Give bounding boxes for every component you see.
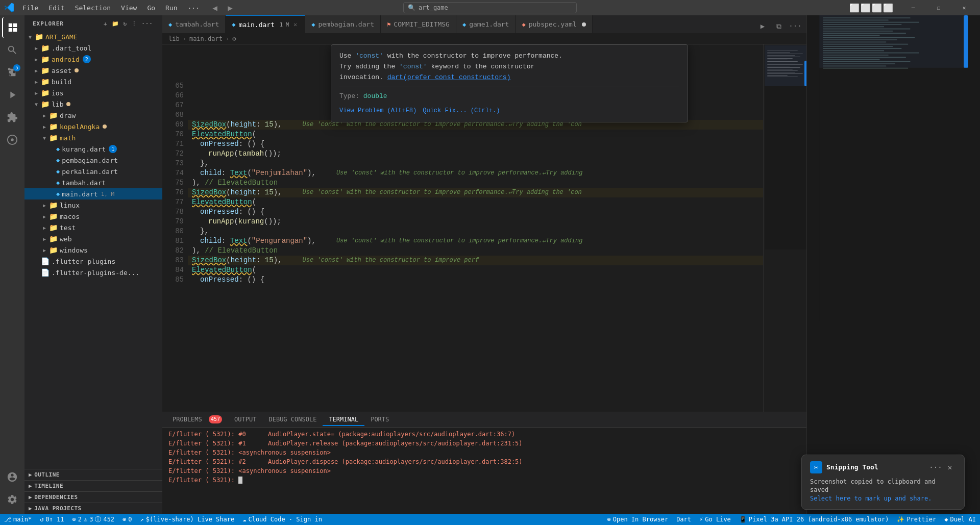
layout-toggle-1[interactable]: ⬜ <box>861 3 871 13</box>
tree-web[interactable]: ▶ 📁 web <box>24 233 162 244</box>
status-device[interactable]: 📱 Pixel 3a API 26 (android-x86 emulator) <box>735 514 893 525</box>
tree-android[interactable]: ▶ 📁 android 2 <box>24 54 162 65</box>
menu-go[interactable]: Go <box>143 3 159 13</box>
refresh-icon[interactable]: ↻ <box>122 19 129 28</box>
editor-scroll[interactable]: 65 66 67 68 69 70 71 72 73 74 75 76 77 7… <box>162 44 806 412</box>
tree-pembagian[interactable]: ◆ pembagian.dart <box>24 155 162 166</box>
activity-accounts[interactable] <box>2 467 22 487</box>
notif-link[interactable]: Select here to mark up and share. <box>810 495 932 502</box>
tab-pubspec[interactable]: ◆ pubspec.yaml <box>516 15 592 33</box>
tree-perkalian[interactable]: ◆ perkalian.dart <box>24 166 162 177</box>
tree-math[interactable]: ▼ 📁 math <box>24 132 162 143</box>
tab-game1[interactable]: ◆ game1.dart <box>456 15 516 33</box>
tab-problems[interactable]: PROBLEMS 457 <box>166 413 228 427</box>
dependencies-section[interactable]: ▶ DEPENDENCIES <box>24 491 162 503</box>
status-errors[interactable]: ⊗ 2 ⚠ 3 ⓘ 452 <box>68 514 118 525</box>
tree-kurang[interactable]: ◆ kurang.dart 1 <box>24 143 162 155</box>
status-sync[interactable]: ↺ 0↑ 11 <box>36 514 68 525</box>
quick-fix-button[interactable]: Quick Fix... (Ctrl+.) <box>423 106 500 116</box>
tree-macos[interactable]: ▶ 📁 macos <box>24 211 162 222</box>
menu-more[interactable]: ··· <box>184 3 204 13</box>
tab-ports[interactable]: PORTS <box>364 414 395 426</box>
forward-button[interactable]: ▶ <box>223 2 237 13</box>
menu-view[interactable]: View <box>117 3 141 13</box>
tree-flutter-plugins[interactable]: 📄 .flutter-plugins <box>24 256 162 267</box>
java-projects-section[interactable]: ▶ JAVA PROJECTS <box>24 503 162 514</box>
activity-remote[interactable] <box>2 130 22 150</box>
search-box[interactable]: 🔍 art_game <box>403 2 577 13</box>
project-root[interactable]: ▼ 📁 ART_GAME <box>24 31 162 42</box>
right-minimap[interactable] <box>807 15 980 514</box>
layout-toggle-2[interactable]: ⬜ <box>872 3 882 13</box>
tab-pembagian[interactable]: ◆ pembagian.dart <box>305 15 381 33</box>
activity-search[interactable] <box>2 40 22 60</box>
outline-section[interactable]: ▶ OUTLINE <box>24 469 162 480</box>
collapse-all-icon[interactable]: ⋮ <box>130 19 138 28</box>
tree-lib[interactable]: ▼ 📁 lib <box>24 98 162 110</box>
code-content[interactable]: Use 'const' with the constructor to impr… <box>188 44 763 412</box>
tree-main[interactable]: ◆ main.dart 1, M <box>24 188 162 199</box>
close-button[interactable]: ✕ <box>952 0 976 15</box>
notif-close-btn[interactable]: ✕ <box>944 461 956 473</box>
activity-extensions[interactable] <box>2 107 22 128</box>
web-folder-icon: 📁 <box>49 235 58 243</box>
tree-flutter-plugins-de[interactable]: 📄 .flutter-plugins-de... <box>24 267 162 278</box>
tree-dart-tool[interactable]: ▶ 📁 .dart_tool <box>24 42 162 54</box>
tab-debug-console[interactable]: DEBUG CONSOLE <box>262 414 323 426</box>
status-cloud-code[interactable]: ☁ Cloud Code · Sign in <box>238 514 326 525</box>
breadcrumb-lib[interactable]: lib <box>168 35 180 42</box>
notif-more-btn[interactable]: ··· <box>929 461 942 473</box>
menu-file[interactable]: File <box>18 3 42 13</box>
tree-tambah[interactable]: ◆ tambah.dart <box>24 177 162 188</box>
maximize-button[interactable]: ☐ <box>927 0 950 15</box>
window-controls: ⬜ ⬜ ⬜ ⬜ ─ ☐ ✕ <box>849 0 976 15</box>
split-editor-button[interactable]: ⧉ <box>772 19 786 33</box>
status-prettier[interactable]: ✨ Prettier <box>893 514 940 525</box>
new-folder-icon[interactable]: 📁 <box>111 19 120 28</box>
menu-run[interactable]: Run <box>161 3 181 13</box>
menu-edit[interactable]: Edit <box>44 3 68 13</box>
tab-commit[interactable]: ⚑ COMMIT_EDITMSG <box>381 15 456 33</box>
status-live-share[interactable]: ↗ $(live-share) Live Share <box>136 514 239 525</box>
new-file-icon[interactable]: + <box>103 19 109 28</box>
status-open-browser[interactable]: ⊕ Open In Browser <box>603 514 673 525</box>
activity-explorer[interactable] <box>2 17 22 38</box>
status-port[interactable]: ⊕ 0 <box>118 514 136 525</box>
activity-run-debug[interactable] <box>2 85 22 105</box>
pembagian-icon: ◆ <box>56 157 60 164</box>
status-duel-ai[interactable]: ◆ Duel AI <box>940 514 980 525</box>
minimize-button[interactable]: ─ <box>901 0 925 15</box>
breadcrumb-file[interactable]: main.dart <box>189 35 223 42</box>
tab-main-close[interactable]: ✕ <box>292 20 299 29</box>
menu-selection[interactable]: Selection <box>71 3 115 13</box>
tree-test[interactable]: ▶ 📁 test <box>24 222 162 233</box>
tree-kopel-angka[interactable]: ▶ 📁 kopelAngka <box>24 121 162 132</box>
terminal-content[interactable]: E/flutter ( 5321): #0 AudioPlayer.state=… <box>162 428 806 514</box>
more-actions-icon[interactable]: ··· <box>140 19 154 28</box>
run-button[interactable]: ▶ <box>755 19 770 33</box>
layout-toggle-3[interactable]: ⬜ <box>883 3 893 13</box>
activity-source-control[interactable]: 5 <box>2 62 22 83</box>
tree-linux[interactable]: ▶ 📁 linux <box>24 199 162 211</box>
breadcrumb-symbol[interactable]: ⚙ <box>232 35 236 42</box>
activity-settings[interactable] <box>2 489 22 510</box>
tree-draw[interactable]: ▶ 📁 draw <box>24 110 162 121</box>
more-editor-actions[interactable]: ··· <box>788 19 802 33</box>
status-lang[interactable]: Dart <box>672 514 695 525</box>
tree-build[interactable]: ▶ 📁 build <box>24 76 162 87</box>
status-branch[interactable]: ⎇ main* <box>0 514 36 525</box>
sidebar-toggle-left[interactable]: ⬜ <box>849 3 860 13</box>
timeline-section[interactable]: ▶ TIMELINE <box>24 480 162 491</box>
view-problem-button[interactable]: View Problem (Alt+F8) <box>339 106 416 116</box>
tree-asset[interactable]: ▶ 📁 asset <box>24 65 162 76</box>
back-button[interactable]: ◀ <box>208 2 222 13</box>
popup-link[interactable]: dart(prefer_const_constructors) <box>387 73 511 81</box>
tab-terminal[interactable]: TERMINAL <box>323 414 364 426</box>
tree-ios[interactable]: ▶ 📁 ios <box>24 87 162 98</box>
tab-tambah[interactable]: ◆ tambah.dart <box>162 15 226 33</box>
tab-output[interactable]: OUTPUT <box>228 414 262 426</box>
status-go-live[interactable]: ⚡ Go Live <box>695 514 735 525</box>
minimap[interactable] <box>763 44 806 412</box>
tab-main[interactable]: ◆ main.dart 1 M ✕ <box>226 15 305 33</box>
tree-windows[interactable]: ▶ 📁 windows <box>24 244 162 256</box>
